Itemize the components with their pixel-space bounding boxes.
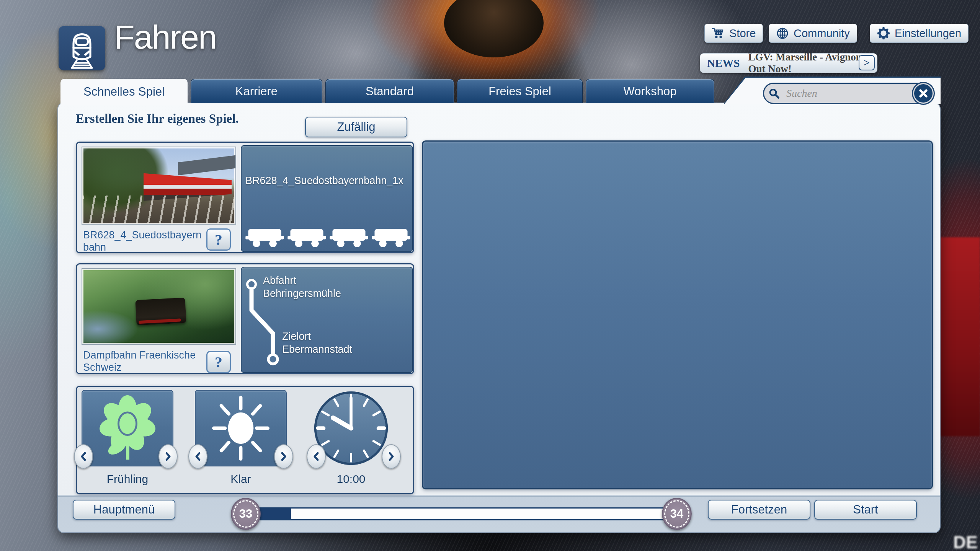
footer-bar: Hauptmenü 33 34 Fortsetzen Start [58, 496, 940, 533]
news-headline: LGV: Marseille - Avignon Out Now! [748, 51, 877, 75]
consist-name: BR628_4_Suedostbayernbahn [83, 229, 205, 254]
globe-icon [776, 27, 789, 40]
community-button-label: Community [794, 27, 850, 40]
news-ticker: NEWS LGV: Marseille - Avignon Out Now! > [700, 53, 877, 73]
route-thumbnail [82, 268, 236, 345]
chevron-left-icon [80, 452, 87, 461]
search-icon [768, 88, 780, 99]
community-button[interactable]: Community [769, 24, 857, 43]
train-icon [63, 28, 101, 70]
chevron-left-icon [194, 452, 202, 461]
consist-help-button[interactable]: ? [206, 228, 231, 251]
main-menu-button[interactable]: Hauptmenü [73, 500, 175, 520]
chevron-right-icon [280, 452, 287, 461]
settings-button-label: Einstellungen [895, 27, 961, 40]
wagon-icon [245, 228, 284, 248]
store-button[interactable]: Store [704, 24, 763, 43]
quickdrive-screen: { "app": { "title": "Fahren" }, "header"… [0, 0, 980, 551]
slider-right-value: 34 [664, 500, 689, 528]
tab-schnelles-spiel[interactable]: Schnelles Spiel [60, 79, 188, 105]
time-label: 10:00 [305, 473, 397, 486]
slider-left-value: 33 [233, 500, 258, 528]
destination-station: Ebermannstadt [282, 343, 352, 356]
consist-wagon-row [244, 228, 412, 248]
page-title: Fahren [114, 18, 216, 57]
slider-left-handle[interactable]: 33 [231, 498, 261, 530]
consist-detail-panel: BR628_4_Suedostbayernbahn_1x [241, 145, 413, 252]
tab-standard[interactable]: Standard [325, 79, 454, 103]
main-panel: Erstellen Sie Ihr eigenes Spiel. Zufälli… [57, 103, 941, 533]
resume-button[interactable]: Fortsetzen [708, 500, 810, 520]
season-label: Frühling [82, 473, 173, 486]
background-locomotive-smokebox [444, 0, 544, 57]
consist-id: BR628_4_Suedostbayernbahn_1x [245, 175, 410, 187]
route-destination: Zielort Ebermannstadt [282, 330, 352, 356]
route-name: Dampfbahn Fraenkische Schweiz [83, 349, 205, 374]
cart-icon [712, 27, 725, 39]
tab-freies-spiel[interactable]: Freies Spiel [457, 79, 583, 103]
thumbnail-tracks [82, 196, 235, 224]
weather-next-button[interactable] [274, 444, 293, 469]
settings-button[interactable]: Einstellungen [870, 24, 969, 43]
wagon-icon [372, 228, 410, 248]
search-bar [763, 83, 934, 104]
departure-station: Behringersmühle [263, 287, 341, 300]
search-input[interactable] [763, 83, 934, 104]
app-logo [59, 26, 105, 70]
thumbnail-bridge [178, 155, 235, 175]
weather-label: Klar [195, 473, 287, 486]
scenario-list-panel [422, 140, 933, 489]
scenario-scrollbar[interactable] [246, 507, 677, 520]
tab-workshop[interactable]: Workshop [586, 79, 714, 103]
chevron-left-icon [312, 452, 320, 461]
weather-prev-button[interactable] [188, 444, 207, 469]
start-button[interactable]: Start [814, 500, 917, 520]
chevron-right-icon [164, 452, 172, 461]
route-departure: Abfahrt Behringersmühle [263, 274, 341, 300]
time-prev-button[interactable] [307, 444, 326, 469]
route-help-button[interactable]: ? [206, 351, 231, 373]
chevron-right-icon [387, 452, 395, 461]
season-next-button[interactable] [158, 444, 178, 469]
wagon-icon [330, 228, 368, 248]
weather-tile [195, 390, 287, 466]
time-next-button[interactable] [382, 444, 401, 469]
sun-icon [196, 391, 286, 466]
gear-icon [877, 27, 890, 40]
consist-thumbnail [82, 147, 236, 225]
slider-right-handle[interactable]: 34 [662, 498, 692, 530]
season-prev-button[interactable] [74, 444, 93, 469]
departure-label: Abfahrt [263, 274, 341, 287]
tab-bar: Schnelles Spiel Karriere Standard Freies… [60, 79, 714, 105]
quickplay-heading: Erstellen Sie Ihr eigenes Spiel. [76, 112, 239, 126]
wagon-icon [287, 228, 326, 248]
news-label: NEWS [707, 57, 740, 70]
news-next-button[interactable]: > [859, 55, 875, 70]
close-icon [918, 88, 928, 98]
random-button[interactable]: Zufällig [305, 117, 407, 137]
route-card[interactable]: Dampfbahn Fraenkische Schweiz ? Abfahrt … [76, 263, 414, 374]
tab-karriere[interactable]: Karriere [191, 79, 322, 103]
store-button-label: Store [729, 27, 756, 40]
destination-label: Zielort [282, 330, 352, 343]
consist-card[interactable]: BR628_4_Suedostbayernbahn ? BR628_4_Sued… [76, 142, 414, 253]
route-detail-panel: Abfahrt Behringersmühle Zielort Ebermann… [241, 267, 413, 373]
search-clear-button[interactable] [914, 84, 933, 103]
conditions-selector: Frühling Klar 10:00 [76, 386, 414, 494]
background-signage: DE [953, 532, 978, 551]
thumbnail-steam-locomotive [135, 298, 186, 326]
